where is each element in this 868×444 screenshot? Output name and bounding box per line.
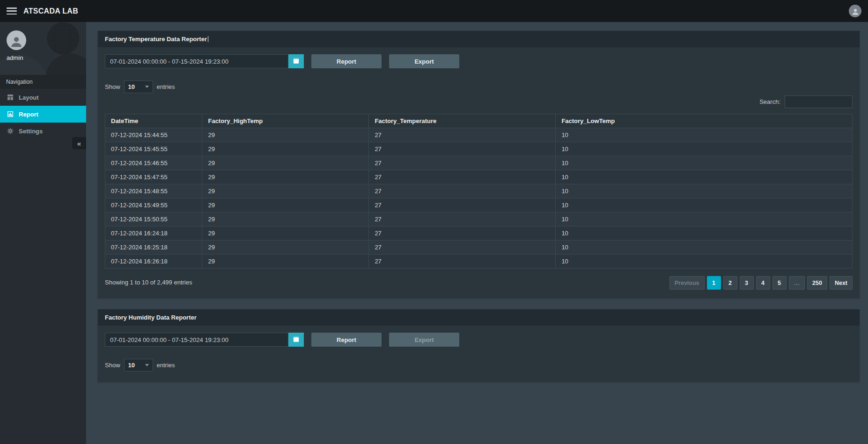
search-label: Search: <box>759 98 780 105</box>
sidebar-user-block: admin <box>0 22 86 75</box>
show-label: Show <box>105 362 120 369</box>
date-range-input[interactable] <box>105 333 288 347</box>
table-cell: 10 <box>556 142 853 156</box>
table-cell: 29 <box>202 212 369 226</box>
page-button-…: … <box>789 276 805 290</box>
table-row: 07-12-2024 16:25:18292710 <box>105 240 853 255</box>
page-size-select[interactable]: 10 <box>124 359 153 371</box>
table-cell: 29 <box>202 184 369 198</box>
table-cell: 27 <box>369 198 556 212</box>
table-row: 07-12-2024 15:48:55292710 <box>105 184 853 198</box>
report-button[interactable]: Report <box>311 54 382 68</box>
sidebar-item-label: Layout <box>19 94 39 101</box>
table-cell: 10 <box>556 198 853 212</box>
page-size-value: 10 <box>128 362 135 369</box>
chevron-down-icon <box>145 86 149 88</box>
page-button-4[interactable]: 4 <box>756 276 770 290</box>
panel-title: Factory Humidity Data Reporter <box>105 314 197 321</box>
table-cell: 27 <box>369 184 556 198</box>
page-button-250[interactable]: 250 <box>807 276 827 290</box>
column-header[interactable]: DateTime <box>105 114 202 128</box>
table-cell: 07-12-2024 15:49:55 <box>105 198 202 212</box>
table-cell: 29 <box>202 226 369 240</box>
table-cell: 07-12-2024 16:26:18 <box>105 255 202 269</box>
pagination: Previous12345…250Next <box>669 276 853 290</box>
page-button-1[interactable]: 1 <box>707 276 721 290</box>
sidebar-item-label: Report <box>19 111 38 118</box>
column-header[interactable]: Factory_LowTemp <box>556 114 853 128</box>
temperature-data-table: DateTimeFactory_HighTempFactory_Temperat… <box>105 114 853 269</box>
entries-label: entries <box>157 362 175 369</box>
date-range-group <box>105 54 304 68</box>
table-cell: 07-12-2024 15:44:55 <box>105 128 202 142</box>
table-cell: 27 <box>369 212 556 226</box>
table-cell: 07-12-2024 15:45:55 <box>105 142 202 156</box>
table-cell: 27 <box>369 240 556 255</box>
search-input[interactable] <box>785 95 853 108</box>
table-cell: 07-12-2024 16:25:18 <box>105 240 202 255</box>
nav-section-label: Navigation <box>0 75 86 89</box>
table-cell: 07-12-2024 15:46:55 <box>105 156 202 170</box>
table-cell: 10 <box>556 156 853 170</box>
table-cell: 27 <box>369 128 556 142</box>
menu-toggle-icon[interactable] <box>7 7 17 15</box>
page-button-2[interactable]: 2 <box>723 276 737 290</box>
page-button-3[interactable]: 3 <box>740 276 754 290</box>
table-row: 07-12-2024 16:26:18292710 <box>105 255 853 269</box>
table-row: 07-12-2024 15:46:55292710 <box>105 156 853 170</box>
table-cell: 10 <box>556 184 853 198</box>
sidebar-collapse-button[interactable]: « <box>72 137 86 149</box>
page-button-5[interactable]: 5 <box>772 276 787 290</box>
app-title: ATSCADA LAB <box>23 7 78 15</box>
table-cell: 27 <box>369 170 556 184</box>
show-label: Show <box>105 83 120 90</box>
table-row: 07-12-2024 15:47:55292710 <box>105 170 853 184</box>
export-button: Export <box>389 333 459 347</box>
panel-header: Factory Humidity Data Reporter <box>98 309 860 326</box>
sidebar-item-report[interactable]: Report <box>0 106 86 123</box>
table-cell: 10 <box>556 212 853 226</box>
sidebar-item-layout[interactable]: Layout <box>0 89 86 106</box>
layout-icon <box>6 94 14 102</box>
main-content: Factory Temperature Data Reporter Report… <box>86 0 868 382</box>
top-bar: ATSCADA LAB <box>0 0 868 22</box>
date-range-group <box>105 333 304 347</box>
panel-header: Factory Temperature Data Reporter <box>98 31 860 47</box>
calendar-button[interactable] <box>288 54 304 68</box>
table-cell: 07-12-2024 16:24:18 <box>105 226 202 240</box>
table-cell: 27 <box>369 142 556 156</box>
table-row: 07-12-2024 16:24:18292710 <box>105 226 853 240</box>
table-header-row: DateTimeFactory_HighTempFactory_Temperat… <box>105 114 853 128</box>
report-button[interactable]: Report <box>311 333 382 347</box>
page-button-next[interactable]: Next <box>830 276 853 290</box>
calendar-icon <box>293 57 300 66</box>
export-button[interactable]: Export <box>389 54 459 68</box>
table-cell: 07-12-2024 15:48:55 <box>105 184 202 198</box>
panel-title: Factory Temperature Data Reporter <box>105 36 207 43</box>
table-cell: 10 <box>556 255 853 269</box>
chevron-down-icon <box>145 364 149 366</box>
user-avatar-icon[interactable] <box>849 5 861 17</box>
table-cell: 29 <box>202 240 369 255</box>
column-header[interactable]: Factory_HighTemp <box>202 114 369 128</box>
date-range-input[interactable] <box>105 54 288 68</box>
table-cell: 29 <box>202 198 369 212</box>
page-button-previous: Previous <box>669 276 705 290</box>
sidebar-item-label: Settings <box>19 128 43 135</box>
table-cell: 10 <box>556 170 853 184</box>
column-header[interactable]: Factory_Temperature <box>369 114 556 128</box>
table-cell: 27 <box>369 156 556 170</box>
calendar-button[interactable] <box>288 333 304 347</box>
sidebar-username: admin <box>7 54 80 61</box>
table-cell: 29 <box>202 142 369 156</box>
table-cell: 10 <box>556 240 853 255</box>
sidebar: admin Navigation Layout Report <box>0 22 86 444</box>
table-cell: 07-12-2024 15:47:55 <box>105 170 202 184</box>
table-row: 07-12-2024 15:44:55292710 <box>105 128 853 142</box>
table-row: 07-12-2024 15:50:55292710 <box>105 212 853 226</box>
table-cell: 07-12-2024 15:50:55 <box>105 212 202 226</box>
table-cell: 10 <box>556 226 853 240</box>
page-size-select[interactable]: 10 <box>124 80 153 93</box>
gear-icon <box>6 127 14 135</box>
humidity-reporter-panel: Factory Humidity Data Reporter Report Ex… <box>98 309 860 382</box>
